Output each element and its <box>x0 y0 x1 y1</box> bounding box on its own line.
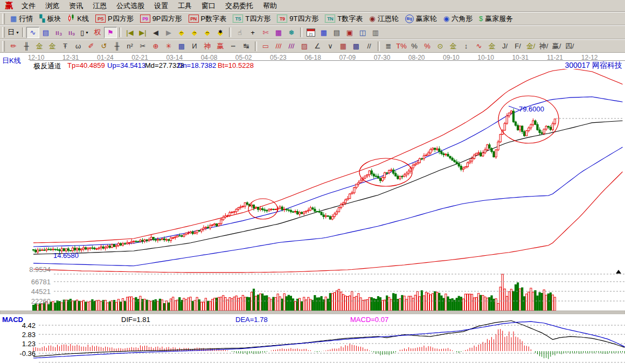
menu-tools[interactable]: 工具 <box>173 0 197 12</box>
grid-blue-tool[interactable]: ▩ <box>350 40 363 52</box>
percent-lines-tool[interactable]: % <box>421 40 434 52</box>
v-lines-tool[interactable]: ∨ <box>324 40 337 52</box>
fan-red-tool[interactable]: /// <box>272 40 285 52</box>
menu-window[interactable]: 窗口 <box>197 0 220 12</box>
span-measure-tool[interactable]: ↹ <box>240 40 253 52</box>
market-quotes-button[interactable]: ▦行情 <box>7 13 36 24</box>
main-chart-button[interactable]: ∿ <box>26 27 39 38</box>
ying-angle-tool[interactable]: 赢/ <box>550 40 563 52</box>
shen-lines-tool[interactable]: 神 <box>201 40 214 52</box>
cycle-tool[interactable]: ↺ <box>98 40 110 52</box>
grid-diagonal-tool[interactable]: ▨ <box>298 40 311 52</box>
grid-red-tool[interactable]: ▦ <box>337 40 350 52</box>
angle-lines-tool[interactable]: ∠ <box>311 40 324 52</box>
gold-lines-tool[interactable]: 金 <box>447 40 460 52</box>
nine-t-square-button[interactable]: T99T四方形 <box>274 13 322 24</box>
zoom-out-button[interactable]: ◆✱ <box>214 27 227 38</box>
menu-settings[interactable]: 设置 <box>149 0 173 12</box>
minute9-chart-button[interactable]: ıı₉ <box>65 27 78 38</box>
workstation-button[interactable]: ▥ <box>369 27 382 38</box>
gold-angle-tool[interactable]: 金/ <box>524 40 537 52</box>
calendar-button[interactable]: 21 <box>304 27 317 38</box>
t-number-table-button[interactable]: TNT数字表 <box>322 13 366 24</box>
menu-info[interactable]: 资讯 <box>64 0 88 12</box>
pan-hand-button[interactable]: ☝ <box>233 27 246 38</box>
menu-help[interactable]: 帮助 <box>258 0 282 12</box>
shift-right-button[interactable]: ◆→ <box>188 27 201 38</box>
network-button[interactable]: ◫ <box>356 27 369 38</box>
calculator-button[interactable]: ▦ <box>317 27 330 38</box>
next-page-button[interactable]: ▶ <box>162 27 175 38</box>
menu-gann[interactable]: 江恩 <box>88 0 112 12</box>
ruler-123-tool[interactable]: ┉ <box>227 40 240 52</box>
notes-button[interactable]: ▤ <box>330 27 343 38</box>
n-square-tool[interactable]: n² <box>123 40 136 52</box>
golden-section-tool[interactable]: 金 <box>33 40 46 52</box>
zoom-in-button[interactable]: ◆↔ <box>201 27 214 38</box>
ying-grid-tool[interactable]: 赢 <box>214 40 227 52</box>
info-panel-button[interactable]: ▤ <box>39 27 52 38</box>
gann-grid-button[interactable]: ▦ <box>272 27 285 38</box>
spiral-tool[interactable]: ω <box>72 40 85 52</box>
box-select-tool[interactable]: ▭ <box>259 40 272 52</box>
menu-trade-entrust[interactable]: 交易委托 <box>220 0 258 12</box>
save-button[interactable]: ▣ <box>343 27 356 38</box>
restore-rights-button[interactable]: 权 <box>91 27 104 38</box>
last-page-button[interactable]: ▶| <box>136 27 149 38</box>
minute3-chart-button[interactable]: ıı₃ <box>52 27 65 38</box>
hexagon-button[interactable]: ◉六角形 <box>440 13 476 24</box>
candle-body <box>423 156 425 159</box>
winner-wheel-button[interactable]: Big赢家轮 <box>402 13 440 24</box>
fan-purple-tool[interactable]: /// <box>285 40 298 52</box>
menu-file[interactable]: 文件 <box>17 0 40 12</box>
starburst-tool[interactable]: ✳ <box>162 40 175 52</box>
shift-left-button[interactable]: ◆← <box>175 27 188 38</box>
sector-blocks-button[interactable]: ▚板块 <box>36 13 64 24</box>
pencil-ruler-tool[interactable]: ✐ <box>85 40 98 52</box>
circle-cross-tool[interactable]: ⊕ <box>149 40 162 52</box>
crosshair-button[interactable]: + <box>246 27 259 38</box>
winner-service-button[interactable]: $赢家服务 <box>476 13 516 24</box>
j-angle-tool[interactable]: J/ <box>498 40 511 52</box>
web-grid-tool[interactable]: ▩ <box>175 40 188 52</box>
gann-wheel-button[interactable]: ◉江恩轮 <box>366 13 401 24</box>
price-levels-tool[interactable]: ≣ <box>382 40 395 52</box>
ruler2-tool[interactable]: ╫ <box>110 40 123 52</box>
draw-pencil-tool[interactable]: ✏ <box>7 40 20 52</box>
gold-circle-tool[interactable]: ⊙ <box>434 40 447 52</box>
f-angle-tool[interactable]: F/ <box>511 40 524 52</box>
menu-browse[interactable]: 浏览 <box>40 0 64 12</box>
candle-style-dropdown[interactable]: ▯▼ <box>78 27 91 38</box>
pattern-button[interactable]: ❅ <box>285 27 298 38</box>
candle-body <box>427 153 429 155</box>
time-percent-tool[interactable]: T% <box>395 40 408 52</box>
ruler-percent-tool[interactable]: ╫ <box>20 40 33 52</box>
gold-underline-tool[interactable]: 金 <box>485 40 498 52</box>
t-square-button[interactable]: TST四方形 <box>230 13 274 24</box>
candle-body <box>419 159 420 163</box>
p-square-button[interactable]: PSP四方形 <box>92 13 137 24</box>
angle-mark-tool[interactable]: И <box>188 40 201 52</box>
si-angle-tool[interactable]: 四/ <box>563 40 576 52</box>
kline-button[interactable]: K线 <box>64 13 92 24</box>
period-daily-dropdown[interactable]: 日▼ <box>7 27 20 38</box>
prev-page-button[interactable]: ◀ <box>149 27 162 38</box>
kline-chart-canvas[interactable] <box>0 53 625 364</box>
parallel-lines-tool[interactable]: // <box>363 40 376 52</box>
golden-section2-tool[interactable]: 金 <box>46 40 59 52</box>
updown-measure-tool[interactable]: ↕ <box>460 40 473 52</box>
shen-angle-tool[interactable]: 神/ <box>537 40 550 52</box>
first-page-button[interactable]: |◀ <box>123 27 136 38</box>
nine-p-square-button[interactable]: P99P四方形 <box>137 13 185 24</box>
indicator-flag-button[interactable]: ⚑ <box>104 27 117 38</box>
cut-tool[interactable]: ✂ <box>136 40 149 52</box>
candle-body <box>425 155 427 156</box>
percent-tool[interactable]: % <box>408 40 421 52</box>
menu-formula-pick[interactable]: 公式选股 <box>112 0 149 12</box>
candle-body <box>537 124 538 130</box>
measure-button[interactable]: ✄ <box>259 27 272 38</box>
p-number-table-button[interactable]: PNP数字表 <box>185 13 230 24</box>
fibonacci-tool[interactable]: Ŧ <box>59 40 72 52</box>
wave-tool[interactable]: ∿ <box>473 40 485 52</box>
network-icon: ◫ <box>359 29 366 37</box>
